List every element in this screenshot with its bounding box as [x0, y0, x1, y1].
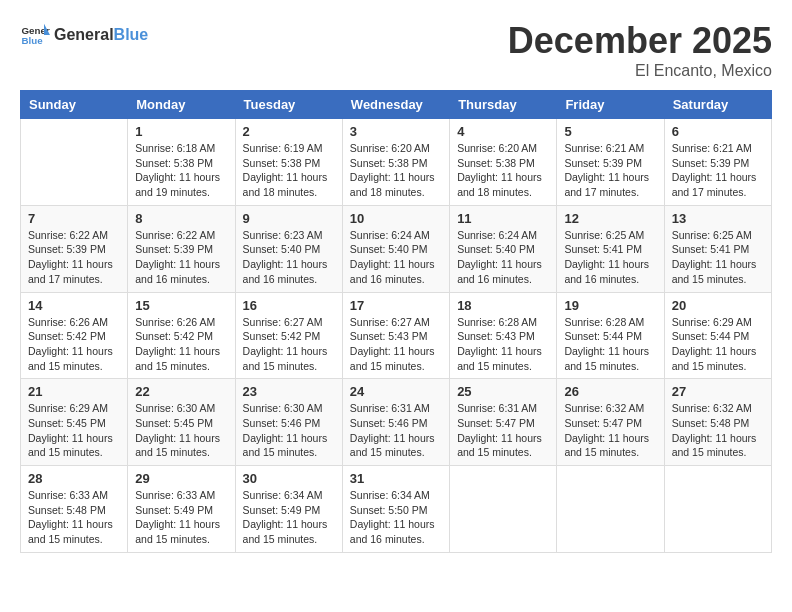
calendar-cell: 8Sunrise: 6:22 AM Sunset: 5:39 PM Daylig…	[128, 205, 235, 292]
calendar-cell: 16Sunrise: 6:27 AM Sunset: 5:42 PM Dayli…	[235, 292, 342, 379]
calendar-cell	[450, 466, 557, 553]
calendar-cell: 9Sunrise: 6:23 AM Sunset: 5:40 PM Daylig…	[235, 205, 342, 292]
day-number: 22	[135, 384, 227, 399]
day-number: 23	[243, 384, 335, 399]
calendar-cell: 3Sunrise: 6:20 AM Sunset: 5:38 PM Daylig…	[342, 119, 449, 206]
day-info: Sunrise: 6:31 AM Sunset: 5:46 PM Dayligh…	[350, 401, 442, 460]
day-number: 9	[243, 211, 335, 226]
day-number: 2	[243, 124, 335, 139]
day-number: 5	[564, 124, 656, 139]
day-number: 14	[28, 298, 120, 313]
day-info: Sunrise: 6:23 AM Sunset: 5:40 PM Dayligh…	[243, 228, 335, 287]
calendar-cell: 24Sunrise: 6:31 AM Sunset: 5:46 PM Dayli…	[342, 379, 449, 466]
day-info: Sunrise: 6:22 AM Sunset: 5:39 PM Dayligh…	[28, 228, 120, 287]
day-number: 4	[457, 124, 549, 139]
day-number: 25	[457, 384, 549, 399]
calendar-cell: 13Sunrise: 6:25 AM Sunset: 5:41 PM Dayli…	[664, 205, 771, 292]
day-number: 21	[28, 384, 120, 399]
day-info: Sunrise: 6:34 AM Sunset: 5:50 PM Dayligh…	[350, 488, 442, 547]
day-number: 10	[350, 211, 442, 226]
day-number: 3	[350, 124, 442, 139]
weekday-header-wednesday: Wednesday	[342, 91, 449, 119]
weekday-header-friday: Friday	[557, 91, 664, 119]
day-number: 7	[28, 211, 120, 226]
calendar-cell: 22Sunrise: 6:30 AM Sunset: 5:45 PM Dayli…	[128, 379, 235, 466]
calendar-cell: 20Sunrise: 6:29 AM Sunset: 5:44 PM Dayli…	[664, 292, 771, 379]
svg-text:Blue: Blue	[22, 35, 44, 46]
calendar-cell: 17Sunrise: 6:27 AM Sunset: 5:43 PM Dayli…	[342, 292, 449, 379]
day-number: 30	[243, 471, 335, 486]
day-info: Sunrise: 6:25 AM Sunset: 5:41 PM Dayligh…	[672, 228, 764, 287]
day-number: 18	[457, 298, 549, 313]
day-number: 1	[135, 124, 227, 139]
location-title: El Encanto, Mexico	[508, 62, 772, 80]
logo: General Blue General Blue	[20, 20, 148, 50]
calendar-cell: 25Sunrise: 6:31 AM Sunset: 5:47 PM Dayli…	[450, 379, 557, 466]
calendar-cell: 21Sunrise: 6:29 AM Sunset: 5:45 PM Dayli…	[21, 379, 128, 466]
day-number: 17	[350, 298, 442, 313]
calendar-cell: 29Sunrise: 6:33 AM Sunset: 5:49 PM Dayli…	[128, 466, 235, 553]
day-info: Sunrise: 6:20 AM Sunset: 5:38 PM Dayligh…	[350, 141, 442, 200]
day-info: Sunrise: 6:34 AM Sunset: 5:49 PM Dayligh…	[243, 488, 335, 547]
day-info: Sunrise: 6:27 AM Sunset: 5:42 PM Dayligh…	[243, 315, 335, 374]
calendar-week-1: 1Sunrise: 6:18 AM Sunset: 5:38 PM Daylig…	[21, 119, 772, 206]
calendar-cell: 27Sunrise: 6:32 AM Sunset: 5:48 PM Dayli…	[664, 379, 771, 466]
calendar-cell: 14Sunrise: 6:26 AM Sunset: 5:42 PM Dayli…	[21, 292, 128, 379]
day-info: Sunrise: 6:33 AM Sunset: 5:48 PM Dayligh…	[28, 488, 120, 547]
calendar-week-3: 14Sunrise: 6:26 AM Sunset: 5:42 PM Dayli…	[21, 292, 772, 379]
day-info: Sunrise: 6:29 AM Sunset: 5:45 PM Dayligh…	[28, 401, 120, 460]
day-info: Sunrise: 6:31 AM Sunset: 5:47 PM Dayligh…	[457, 401, 549, 460]
day-info: Sunrise: 6:20 AM Sunset: 5:38 PM Dayligh…	[457, 141, 549, 200]
weekday-header-saturday: Saturday	[664, 91, 771, 119]
weekday-header-thursday: Thursday	[450, 91, 557, 119]
day-info: Sunrise: 6:33 AM Sunset: 5:49 PM Dayligh…	[135, 488, 227, 547]
day-number: 15	[135, 298, 227, 313]
day-info: Sunrise: 6:28 AM Sunset: 5:43 PM Dayligh…	[457, 315, 549, 374]
day-info: Sunrise: 6:32 AM Sunset: 5:47 PM Dayligh…	[564, 401, 656, 460]
day-info: Sunrise: 6:29 AM Sunset: 5:44 PM Dayligh…	[672, 315, 764, 374]
calendar-cell: 6Sunrise: 6:21 AM Sunset: 5:39 PM Daylig…	[664, 119, 771, 206]
day-info: Sunrise: 6:28 AM Sunset: 5:44 PM Dayligh…	[564, 315, 656, 374]
calendar-cell	[21, 119, 128, 206]
day-info: Sunrise: 6:30 AM Sunset: 5:46 PM Dayligh…	[243, 401, 335, 460]
day-info: Sunrise: 6:19 AM Sunset: 5:38 PM Dayligh…	[243, 141, 335, 200]
day-number: 29	[135, 471, 227, 486]
calendar-cell: 18Sunrise: 6:28 AM Sunset: 5:43 PM Dayli…	[450, 292, 557, 379]
day-number: 13	[672, 211, 764, 226]
day-info: Sunrise: 6:21 AM Sunset: 5:39 PM Dayligh…	[672, 141, 764, 200]
calendar-cell: 12Sunrise: 6:25 AM Sunset: 5:41 PM Dayli…	[557, 205, 664, 292]
calendar-week-4: 21Sunrise: 6:29 AM Sunset: 5:45 PM Dayli…	[21, 379, 772, 466]
weekday-header-row: SundayMondayTuesdayWednesdayThursdayFrid…	[21, 91, 772, 119]
header: General Blue General Blue December 2025 …	[20, 20, 772, 80]
calendar-table: SundayMondayTuesdayWednesdayThursdayFrid…	[20, 90, 772, 553]
calendar-week-2: 7Sunrise: 6:22 AM Sunset: 5:39 PM Daylig…	[21, 205, 772, 292]
calendar-cell: 1Sunrise: 6:18 AM Sunset: 5:38 PM Daylig…	[128, 119, 235, 206]
day-info: Sunrise: 6:21 AM Sunset: 5:39 PM Dayligh…	[564, 141, 656, 200]
day-info: Sunrise: 6:25 AM Sunset: 5:41 PM Dayligh…	[564, 228, 656, 287]
day-number: 6	[672, 124, 764, 139]
logo-general: General	[54, 26, 114, 44]
calendar-cell: 5Sunrise: 6:21 AM Sunset: 5:39 PM Daylig…	[557, 119, 664, 206]
day-number: 12	[564, 211, 656, 226]
month-title: December 2025	[508, 20, 772, 62]
logo-icon: General Blue	[20, 20, 50, 50]
calendar-cell: 28Sunrise: 6:33 AM Sunset: 5:48 PM Dayli…	[21, 466, 128, 553]
calendar-cell: 26Sunrise: 6:32 AM Sunset: 5:47 PM Dayli…	[557, 379, 664, 466]
day-number: 24	[350, 384, 442, 399]
calendar-cell: 23Sunrise: 6:30 AM Sunset: 5:46 PM Dayli…	[235, 379, 342, 466]
day-number: 16	[243, 298, 335, 313]
weekday-header-monday: Monday	[128, 91, 235, 119]
weekday-header-tuesday: Tuesday	[235, 91, 342, 119]
day-info: Sunrise: 6:26 AM Sunset: 5:42 PM Dayligh…	[135, 315, 227, 374]
day-info: Sunrise: 6:32 AM Sunset: 5:48 PM Dayligh…	[672, 401, 764, 460]
day-info: Sunrise: 6:24 AM Sunset: 5:40 PM Dayligh…	[350, 228, 442, 287]
calendar-cell: 31Sunrise: 6:34 AM Sunset: 5:50 PM Dayli…	[342, 466, 449, 553]
day-number: 11	[457, 211, 549, 226]
day-info: Sunrise: 6:27 AM Sunset: 5:43 PM Dayligh…	[350, 315, 442, 374]
day-number: 8	[135, 211, 227, 226]
calendar-cell: 10Sunrise: 6:24 AM Sunset: 5:40 PM Dayli…	[342, 205, 449, 292]
day-number: 19	[564, 298, 656, 313]
day-info: Sunrise: 6:24 AM Sunset: 5:40 PM Dayligh…	[457, 228, 549, 287]
calendar-cell: 7Sunrise: 6:22 AM Sunset: 5:39 PM Daylig…	[21, 205, 128, 292]
calendar-cell: 2Sunrise: 6:19 AM Sunset: 5:38 PM Daylig…	[235, 119, 342, 206]
